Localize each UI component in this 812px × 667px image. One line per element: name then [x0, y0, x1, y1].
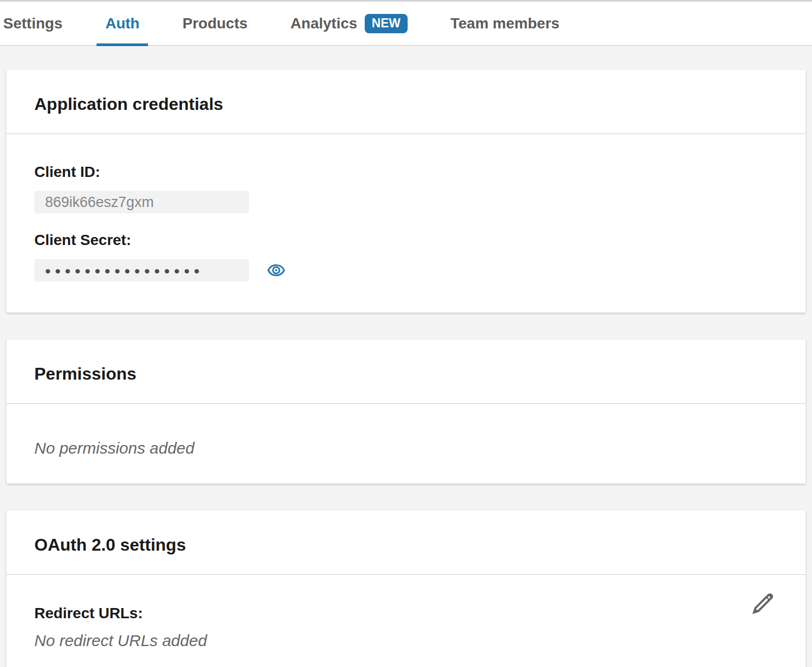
new-badge: NEW — [365, 14, 408, 33]
app-tab-bar: Settings Auth Products Analytics NEW Tea… — [0, 0, 812, 46]
permissions-header: Permissions — [6, 339, 806, 404]
application-credentials-title: Application credentials — [34, 94, 778, 114]
client-id-label: Client ID: — [34, 164, 778, 181]
tab-team-members[interactable]: Team members — [442, 2, 568, 45]
tab-team-members-label: Team members — [451, 15, 559, 32]
tab-products-label: Products — [182, 15, 247, 32]
no-permissions-text: No permissions added — [34, 439, 778, 457]
application-credentials-card: Application credentials Client ID: 869ik… — [6, 70, 806, 313]
oauth-settings-body: Redirect URLs: No redirect URLs added — [6, 575, 806, 667]
oauth-settings-header: OAuth 2.0 settings — [6, 510, 806, 575]
client-id-field[interactable]: 869ik66esz7gxm — [34, 191, 249, 213]
eye-icon — [267, 261, 285, 279]
client-secret-row: •••••••••••••••• — [34, 259, 778, 281]
permissions-body: No permissions added — [6, 404, 806, 484]
pencil-icon — [750, 591, 775, 616]
tab-auth[interactable]: Auth — [97, 2, 148, 45]
oauth-settings-title: OAuth 2.0 settings — [34, 535, 778, 555]
tab-settings-label: Settings — [3, 15, 62, 32]
permissions-card: Permissions No permissions added — [6, 339, 806, 484]
no-redirect-urls-text: No redirect URLs added — [34, 632, 778, 650]
tab-analytics[interactable]: Analytics NEW — [282, 2, 416, 45]
tab-settings[interactable]: Settings — [0, 2, 71, 45]
redirect-urls-label: Redirect URLs: — [34, 605, 778, 622]
oauth-settings-card: OAuth 2.0 settings Redirect URLs: No red… — [6, 510, 806, 667]
tab-products[interactable]: Products — [174, 2, 256, 45]
client-secret-label: Client Secret: — [34, 232, 778, 249]
application-credentials-body: Client ID: 869ik66esz7gxm Client Secret:… — [6, 134, 806, 313]
permissions-title: Permissions — [34, 364, 778, 384]
application-credentials-header: Application credentials — [6, 70, 806, 134]
tab-auth-label: Auth — [105, 15, 139, 32]
client-secret-field[interactable]: •••••••••••••••• — [34, 259, 249, 281]
tab-analytics-label: Analytics — [291, 15, 358, 32]
edit-redirect-urls-button[interactable] — [750, 591, 776, 617]
spacer — [34, 213, 778, 232]
reveal-secret-button[interactable] — [267, 261, 286, 280]
